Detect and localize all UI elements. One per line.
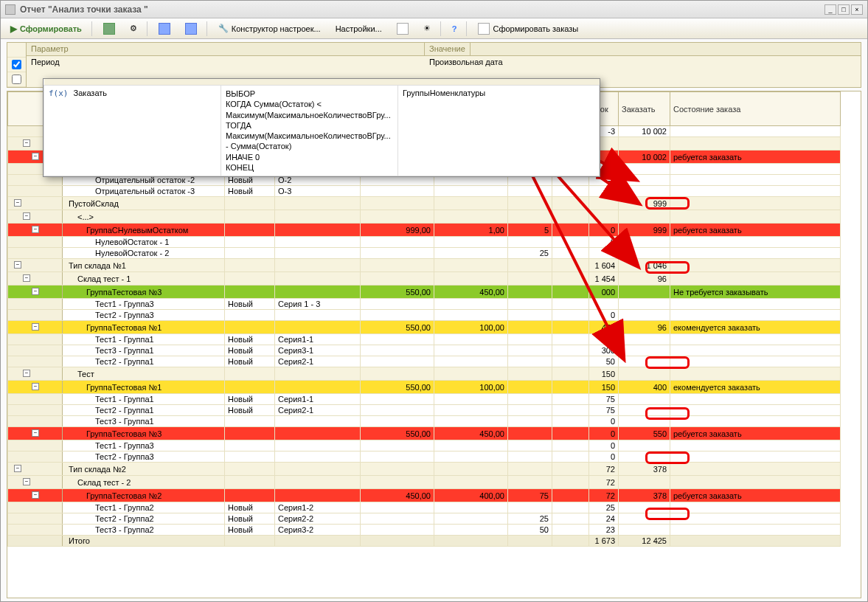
tree-toggle[interactable]: −: [32, 288, 39, 295]
tree-toggle[interactable]: −: [32, 429, 39, 437]
formula-tooltip: f(x) Заказать ВЫБОР КОГДА Сумма(Остаток)…: [43, 78, 600, 177]
col-state: Состояние заказа: [670, 92, 841, 126]
tree-toggle[interactable]: −: [32, 491, 39, 499]
designer-button[interactable]: 🔧 Конструктор настроек...: [212, 21, 327, 36]
apply-button[interactable]: [390, 20, 415, 38]
tree-toggle[interactable]: −: [23, 212, 30, 220]
table-row[interactable]: Тест1 - Группа3НовыйСерия 1 - 3: [8, 299, 841, 310]
period-checkbox[interactable]: [12, 60, 21, 69]
wrench-icon: 🔧: [218, 24, 229, 33]
chart-icon: [103, 23, 115, 35]
table-row[interactable]: Тест1 - Группа2НовыйСерия1-225: [8, 502, 841, 513]
grid-icon: [159, 23, 170, 35]
tree-toggle[interactable]: −: [32, 226, 39, 233]
table-row[interactable]: −Тип склада №272378: [8, 463, 841, 476]
table-row[interactable]: Тест2 - Группа1НовыйСерия2-150: [8, 356, 841, 367]
table-row[interactable]: −ПустойСклад999: [8, 197, 841, 210]
period-value[interactable]: Произвольная дата: [425, 56, 507, 69]
table-row[interactable]: −ГруппаТестовая №1550,00100,0045496екоме…: [8, 321, 841, 334]
table-row[interactable]: −ГруппаТестовая №1550,00100,00150400еком…: [8, 381, 841, 394]
doc-icon: [397, 23, 409, 35]
table-row[interactable]: НулевойОстаток - 10: [8, 237, 841, 248]
table-row[interactable]: −ГруппаТестовая №3550,00450,000550ребует…: [8, 427, 841, 440]
tree-toggle[interactable]: −: [14, 199, 21, 207]
close-button[interactable]: ×: [851, 4, 863, 15]
tree-toggle[interactable]: −: [23, 478, 30, 485]
param2-checkbox[interactable]: [12, 75, 21, 84]
minimize-button[interactable]: _: [824, 4, 836, 15]
table-row[interactable]: Итого1 67312 425: [8, 536, 841, 547]
tree-toggle[interactable]: −: [23, 139, 30, 147]
cells-button[interactable]: [178, 20, 204, 38]
tree-toggle[interactable]: −: [32, 323, 39, 331]
table-row[interactable]: −ГруппаТестовая №3550,00450,00000Не треб…: [8, 286, 841, 299]
toolbar: ▶ Сформировать ⚙ 🔧 Конструктор настроек.…: [1, 18, 867, 39]
table-row[interactable]: −ГруппаТестовая №2450,00400,007572378реб…: [8, 489, 841, 502]
table-row[interactable]: Тест2 - Группа1НовыйСерия2-175: [8, 405, 841, 416]
star-button[interactable]: ☀: [417, 21, 437, 36]
gear-icon: ⚙: [130, 24, 137, 33]
help-button[interactable]: ?: [445, 21, 464, 36]
table-row[interactable]: Тест1 - Группа1НовыйСерия1-175: [8, 394, 841, 405]
table-row[interactable]: Тест2 - Группа30: [8, 452, 841, 463]
window-title: Отчет "Анализ точки заказа ": [20, 4, 823, 15]
tree-toggle[interactable]: −: [14, 261, 21, 269]
doc2-icon: [478, 23, 490, 35]
col-order: Заказать: [619, 92, 670, 126]
grid-button[interactable]: [152, 20, 177, 38]
star-icon: ☀: [423, 24, 431, 33]
form-button[interactable]: ▶ Сформировать: [4, 21, 88, 37]
table-row[interactable]: −Склад тест - 11 45496: [8, 272, 841, 286]
table-row[interactable]: Тест1 - Группа30: [8, 440, 841, 452]
table-row[interactable]: Тест2 - Группа30: [8, 310, 841, 321]
table-row[interactable]: −ГруппаСНулевымОстатком999,001,0050999ре…: [8, 224, 841, 237]
form-orders-button[interactable]: Сформировать заказы: [471, 20, 585, 38]
app-icon: [5, 4, 15, 15]
table-row[interactable]: −Склад тест - 272: [8, 476, 841, 489]
chart-button[interactable]: [97, 20, 122, 38]
table-row[interactable]: Тест2 - Группа2НовыйСерия2-22524: [8, 513, 841, 525]
play-icon: ▶: [10, 24, 17, 34]
tree-toggle[interactable]: −: [23, 274, 30, 282]
table-row[interactable]: −<...>: [8, 210, 841, 224]
popup-formula: ВЫБОР КОГДА Сумма(Остаток) < Максимум(Ма…: [221, 86, 398, 176]
table-row[interactable]: Тест1 - Группа1НовыйСерия1-14: [8, 334, 841, 345]
help-icon: ?: [452, 24, 457, 33]
tree-toggle[interactable]: −: [32, 383, 39, 390]
cells-icon: [185, 23, 197, 35]
gear-button[interactable]: ⚙: [123, 21, 144, 36]
maximize-button[interactable]: □: [838, 4, 850, 15]
tree-toggle[interactable]: −: [14, 465, 21, 472]
fx-icon: f(x): [49, 89, 69, 98]
table-row[interactable]: Тест3 - Группа10: [8, 416, 841, 427]
table-row[interactable]: Тест3 - Группа1НовыйСерия3-1300: [8, 345, 841, 356]
table-row[interactable]: Отрицательный остаток -3НовыйО-3-1: [8, 186, 841, 197]
tree-toggle[interactable]: −: [23, 370, 30, 377]
period-label[interactable]: Период: [27, 56, 425, 69]
param-header: Параметр: [27, 43, 425, 55]
table-row[interactable]: НулевойОстаток - 2250: [8, 248, 841, 259]
tree-toggle[interactable]: −: [32, 153, 39, 160]
title-bar: Отчет "Анализ точки заказа " _ □ ×: [1, 1, 867, 18]
popup-group: ГруппыНоменклатуры: [398, 86, 600, 176]
table-row[interactable]: Тест3 - Группа2НовыйСерия3-25023: [8, 525, 841, 536]
value-header: Значение: [425, 43, 471, 55]
table-row[interactable]: −Тип склада №11 6041 046: [8, 259, 841, 272]
settings-button[interactable]: Настройки...: [329, 21, 389, 36]
popup-field-name: Заказать: [74, 89, 108, 97]
table-row[interactable]: −Тест150: [8, 367, 841, 381]
